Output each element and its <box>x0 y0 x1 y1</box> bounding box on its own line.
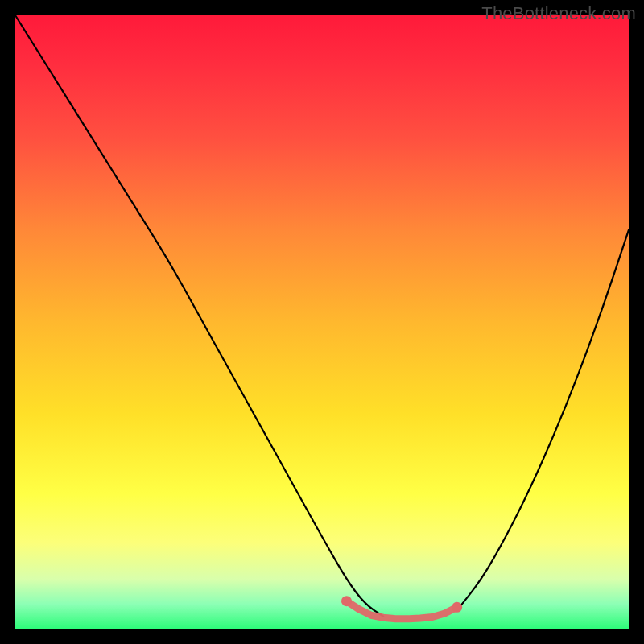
chart-series <box>15 15 629 617</box>
series-right-curve <box>457 230 629 610</box>
marker-end-dot <box>452 602 462 613</box>
chart-svg <box>15 15 629 629</box>
chart-plot-area <box>15 15 629 629</box>
marker-end-dot <box>341 596 352 606</box>
marker-band-line <box>346 601 456 619</box>
chart-markers <box>341 596 462 619</box>
series-left-curve <box>15 15 383 617</box>
watermark-text: TheBottleneck.com <box>481 3 636 24</box>
